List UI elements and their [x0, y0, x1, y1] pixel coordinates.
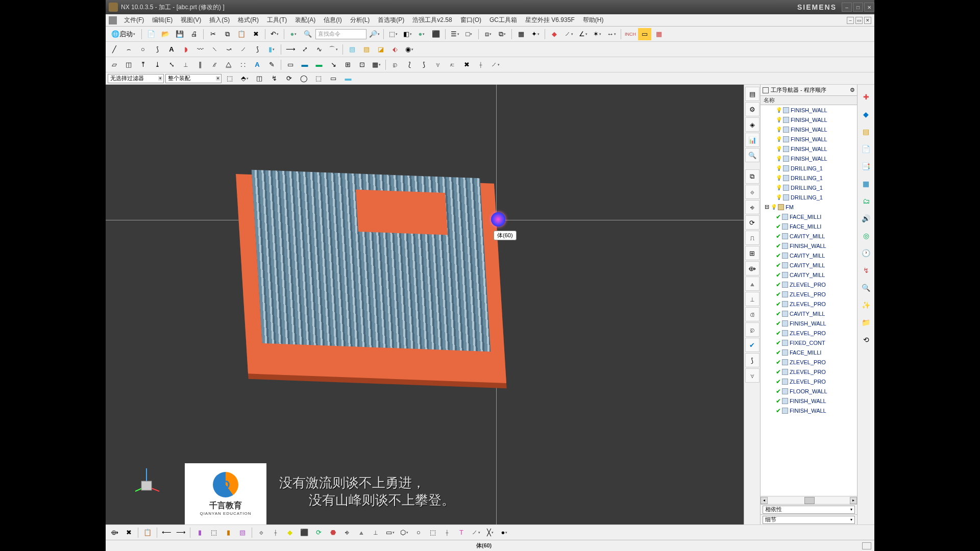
dependency-combo[interactable]: 相依性 [763, 506, 855, 514]
assembly-icon[interactable]: ▦ [514, 28, 528, 40]
tree-row[interactable]: ✔FIXED_CONT [761, 338, 857, 347]
bt-icon-20[interactable]: ⬡ [398, 527, 411, 539]
rail-op11-icon[interactable]: ⟄ [745, 322, 760, 337]
grid-icon[interactable]: ▦ [652, 28, 666, 40]
tree-row[interactable]: 💡DRILLING_1 [761, 183, 857, 192]
explode-icon[interactable]: ✦ [529, 28, 542, 40]
arrow-icon[interactable]: ↘ [327, 59, 340, 71]
filter-tool5-icon[interactable]: ⟳ [282, 72, 296, 85]
rail-machine-icon[interactable]: ⚙ [745, 102, 760, 116]
menu-gctoolbox[interactable]: GC工具箱 [485, 16, 521, 24]
tree-row[interactable]: ✔FACE_MILLI [761, 347, 857, 357]
rail-op12-icon[interactable]: ⟆ [745, 353, 760, 367]
menu-view[interactable]: 视图(V) [177, 16, 205, 24]
table-icon[interactable]: ▦ [370, 59, 383, 71]
fillet-icon[interactable]: ⟆ [251, 43, 264, 56]
search-magnifier-icon[interactable]: 🔎 [368, 28, 381, 40]
bt-icon-8[interactable]: ▮ [222, 527, 235, 539]
resource-tab6-icon[interactable]: ▦ [859, 177, 873, 191]
filter-tool3-icon[interactable]: ◫ [253, 72, 266, 85]
tree-row[interactable]: ✔ZLEVEL_PRO [761, 367, 857, 377]
wcs-icon[interactable]: ⧈ [481, 28, 495, 40]
wave-icon[interactable]: ∿ [312, 43, 326, 56]
scroll-left-icon[interactable]: ◂ [761, 497, 768, 504]
mirror-icon[interactable]: ⧋ [222, 59, 235, 71]
bt-icon-19[interactable]: ▭ [383, 527, 397, 539]
tree-row[interactable]: 💡FINISH_WALL [761, 124, 857, 134]
bt-icon-16[interactable]: ⎆ [340, 527, 354, 539]
intersect-icon[interactable]: ✶ [591, 28, 604, 40]
tree-row[interactable]: ✔ZLEVEL_PRO [761, 377, 857, 386]
bt-icon-17[interactable]: ⟁ [355, 527, 368, 539]
maximize-button[interactable]: □ [853, 3, 863, 12]
sheet1-icon[interactable]: ▭ [284, 59, 297, 71]
calc-icon[interactable]: ⊞ [341, 59, 354, 71]
filter-tool6-icon[interactable]: ◯ [297, 72, 310, 85]
bt-icon-3[interactable]: 📋 [141, 527, 154, 539]
circle-icon[interactable]: ○ [136, 43, 150, 56]
menu-analysis[interactable]: 分析(L) [346, 16, 374, 24]
status-indicator-icon[interactable] [862, 542, 871, 549]
resource-tab12-icon[interactable]: 🔍 [859, 281, 873, 295]
bt-icon-10[interactable]: ⟐ [255, 527, 268, 539]
navigator-column-header[interactable]: 名称 [761, 96, 857, 105]
scroll-thumb[interactable] [804, 497, 815, 504]
constraint3-icon[interactable]: ⤡ [165, 59, 178, 71]
op2-icon[interactable]: ⟅ [403, 59, 416, 71]
bt-icon-2[interactable]: ✖ [122, 527, 135, 539]
bt-icon-26[interactable]: ╳ [483, 527, 497, 539]
tree-row[interactable]: 💡FINISH_WALL [761, 154, 857, 163]
sheet-icon[interactable]: ▭ [638, 28, 651, 40]
tree-row[interactable]: ✔ZLEVEL_PRO [761, 328, 857, 338]
box-icon[interactable]: ▮ [265, 43, 278, 56]
filter-tool2-icon[interactable]: ⬘ [238, 72, 251, 85]
sweep-icon[interactable]: ◪ [374, 43, 387, 56]
selection-filter-combo[interactable]: 无选择过滤器 [108, 74, 164, 83]
resource-tab13-icon[interactable]: ✨ [859, 298, 873, 312]
copy-icon[interactable]: ⧉ [220, 28, 234, 40]
tree-row[interactable]: ✔CAVITY_MILL [761, 270, 857, 280]
rail-op13-icon[interactable]: ⟇ [745, 368, 760, 383]
cut-icon[interactable]: ✂ [206, 28, 219, 40]
distance-icon[interactable]: ↔ [605, 28, 618, 40]
tree-row[interactable]: 💡DRILLING_1 [761, 192, 857, 202]
scope-filter-combo[interactable]: 整个装配 [165, 74, 222, 83]
resource-tab3-icon[interactable]: ▤ [859, 124, 873, 139]
bt-icon-5[interactable]: ⟶ [174, 527, 187, 539]
constraint4-icon[interactable]: ⟂ [179, 59, 192, 71]
scroll-track[interactable] [768, 497, 850, 504]
arc-icon[interactable]: ⌢ [122, 43, 135, 56]
tree-row[interactable]: 💡FINISH_WALL [761, 115, 857, 124]
rail-find-icon[interactable]: 🔍 [745, 148, 760, 162]
bt-icon-22[interactable]: ⬚ [426, 527, 439, 539]
bt-icon-6[interactable]: ▮ [193, 527, 206, 539]
point-icon[interactable]: ◆ [548, 28, 561, 40]
tree-row[interactable]: 💡DRILLING_1 [761, 163, 857, 173]
curve3-icon[interactable]: ⟋ [236, 43, 250, 56]
clock-icon[interactable]: ⊡ [355, 59, 369, 71]
constraint5-icon[interactable]: ∥ [193, 59, 207, 71]
resource-tab2-icon[interactable]: ◆ [859, 107, 873, 121]
menu-insert[interactable]: 插入(S) [205, 16, 234, 24]
op6-icon[interactable]: ✖ [460, 59, 473, 71]
extend-icon[interactable]: ⟶ [284, 43, 297, 56]
bridge-icon[interactable]: ⌒ [327, 43, 340, 56]
bt-icon-7[interactable]: ⬚ [207, 527, 220, 539]
delete-icon[interactable]: ✖ [249, 28, 262, 40]
rail-op9-icon[interactable]: ⟂ [745, 292, 760, 306]
filter-tool7-icon[interactable]: ⬚ [312, 72, 325, 85]
rail-op8-icon[interactable]: ⟁ [745, 277, 760, 291]
resource-tab15-icon[interactable]: ⟲ [859, 333, 873, 347]
rail-op4-icon[interactable]: ⟳ [745, 215, 760, 230]
tree-row[interactable]: ⊟💡FM [761, 202, 857, 212]
tree-row[interactable]: 💡FINISH_WALL [761, 105, 857, 115]
resource-tab4-icon[interactable]: 📄 [859, 142, 873, 156]
rail-op1-icon[interactable]: ⧉ [745, 169, 760, 184]
op3-icon[interactable]: ⟆ [417, 59, 430, 71]
sheet2-icon[interactable]: ▬ [298, 59, 311, 71]
revolve-icon[interactable]: ▨ [360, 43, 373, 56]
menu-tools[interactable]: 工具(T) [263, 16, 291, 24]
display-mode-icon[interactable]: ◧ [401, 28, 414, 40]
mdi-minimize-button[interactable]: – [847, 17, 854, 24]
minimize-button[interactable]: – [842, 3, 852, 12]
